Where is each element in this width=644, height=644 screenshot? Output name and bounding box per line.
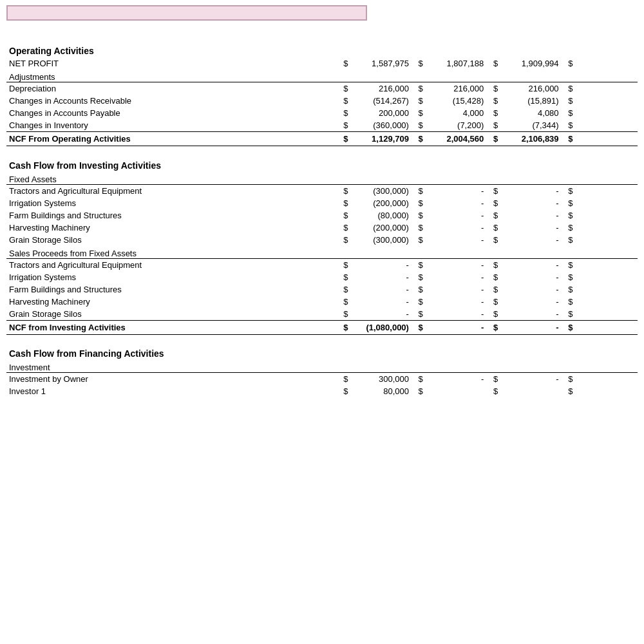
col3-value: -	[499, 283, 562, 296]
col2-dollar: $	[413, 132, 424, 146]
row-label: Grain Storage Silos	[6, 308, 338, 321]
col4-value	[574, 107, 638, 119]
col3-value: 216,000	[499, 82, 562, 95]
col1-dollar: $	[338, 184, 350, 197]
col4-dollar: $	[563, 271, 574, 283]
data-row: Tractors and Agricultural Equipment$-$-$…	[6, 258, 638, 271]
col3-value: (7,344)	[499, 119, 562, 132]
col1-dollar: $	[338, 222, 350, 234]
col3-dollar: $	[488, 258, 499, 271]
col2-value: 4,000	[424, 107, 488, 119]
col4-value	[574, 234, 638, 246]
sub-header-label: Investment	[6, 363, 638, 373]
col1-dollar: $	[338, 320, 350, 334]
col1-value: (200,000)	[350, 197, 413, 209]
col1-dollar: $	[338, 234, 350, 246]
row-label: Changes in Inventory	[6, 119, 338, 132]
col4-value	[574, 95, 638, 107]
col2-value: -	[424, 222, 488, 234]
col2-value: -	[424, 283, 488, 296]
col4-dollar: $	[563, 209, 574, 222]
col2-value: -	[424, 308, 488, 321]
page: Operating ActivitiesNET PROFIT$1,587,975…	[0, 0, 644, 402]
section-header-row: Cash Flow from Investing Activities	[6, 151, 638, 172]
col4-value	[574, 271, 638, 283]
col2-value: -	[424, 320, 488, 334]
row-label: Depreciation	[6, 82, 338, 95]
section-header-row: Operating Activities	[6, 37, 638, 57]
col4-dollar: $	[563, 308, 574, 321]
col4-dollar: $	[563, 184, 574, 197]
col1-value: (514,267)	[350, 95, 413, 107]
col4-dollar: $	[563, 222, 574, 234]
page-title	[6, 5, 367, 21]
col4-dollar: $	[563, 95, 574, 107]
col3-value: 2,106,839	[499, 132, 562, 146]
col1-value: (80,000)	[350, 209, 413, 222]
data-row: NET PROFIT$1,587,975$1,807,188$1,909,994…	[6, 57, 638, 70]
row-label: Tractors and Agricultural Equipment	[6, 184, 338, 197]
statement-table: Operating ActivitiesNET PROFIT$1,587,975…	[6, 37, 638, 397]
total-row-label: NCF from Investing Activities	[6, 320, 338, 334]
row-label: Changes in Accounts Receivable	[6, 95, 338, 107]
row-label: Tractors and Agricultural Equipment	[6, 258, 338, 271]
row-label: Grain Storage Silos	[6, 234, 338, 246]
col1-dollar: $	[338, 107, 350, 119]
col1-dollar: $	[338, 197, 350, 209]
col3-value: -	[499, 373, 562, 386]
col1-dollar: $	[338, 132, 350, 146]
col4-value	[574, 373, 638, 386]
col2-value: (15,428)	[424, 95, 488, 107]
col2-value: -	[424, 184, 488, 197]
col4-dollar: $	[563, 197, 574, 209]
col3-dollar: $	[488, 234, 499, 246]
col3-dollar: $	[488, 107, 499, 119]
data-row: Investor 1$80,000$$$	[6, 385, 638, 397]
col2-value: (7,200)	[424, 119, 488, 132]
col2-value: -	[424, 296, 488, 308]
col2-dollar: $	[413, 209, 424, 222]
data-row: Harvesting Machinery$(200,000)$-$-$	[6, 222, 638, 234]
col4-dollar: $	[563, 373, 574, 386]
row-label: Farm Buildings and Structures	[6, 283, 338, 296]
col4-value	[574, 57, 638, 70]
total-row: NCF From Operating Activities$1,129,709$…	[6, 132, 638, 146]
section-header-label: Cash Flow from Financing Activities	[6, 339, 638, 360]
col2-dollar: $	[413, 320, 424, 334]
col4-dollar: $	[563, 234, 574, 246]
sub-header-label: Fixed Assets	[6, 175, 638, 185]
col3-dollar: $	[488, 57, 499, 70]
col3-dollar: $	[488, 132, 499, 146]
col3-value	[499, 385, 562, 397]
section-header-label: Operating Activities	[6, 37, 638, 57]
col2-dollar: $	[413, 95, 424, 107]
col4-dollar: $	[563, 296, 574, 308]
col2-dollar: $	[413, 107, 424, 119]
col3-dollar: $	[488, 385, 499, 397]
col4-value	[574, 197, 638, 209]
col3-value: -	[499, 271, 562, 283]
col3-dollar: $	[488, 222, 499, 234]
col3-value: -	[499, 209, 562, 222]
col2-value: -	[424, 209, 488, 222]
col1-value: 1,587,975	[350, 57, 413, 70]
col2-dollar: $	[413, 258, 424, 271]
col3-value: 1,909,994	[499, 57, 562, 70]
col4-value	[574, 184, 638, 197]
data-row: Harvesting Machinery$-$-$-$	[6, 296, 638, 308]
col3-value: (15,891)	[499, 95, 562, 107]
col2-dollar: $	[413, 82, 424, 95]
col3-dollar: $	[488, 271, 499, 283]
col4-value	[574, 209, 638, 222]
row-label: Irrigation Systems	[6, 271, 338, 283]
row-label: NET PROFIT	[6, 57, 338, 70]
col3-dollar: $	[488, 82, 499, 95]
col1-value: 300,000	[350, 373, 413, 386]
col4-dollar: $	[563, 82, 574, 95]
col1-value: 1,129,709	[350, 132, 413, 146]
col4-value	[574, 258, 638, 271]
col2-dollar: $	[413, 234, 424, 246]
col4-dollar: $	[563, 132, 574, 146]
col4-value	[574, 222, 638, 234]
col2-dollar: $	[413, 385, 424, 397]
